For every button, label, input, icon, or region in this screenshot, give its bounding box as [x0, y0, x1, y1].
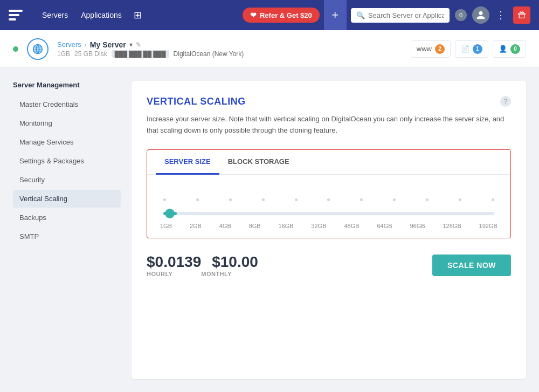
search-input[interactable]: [368, 11, 444, 19]
sidebar-item-vertical-scaling[interactable]: Vertical Scaling: [13, 190, 121, 208]
server-info: Servers › My Server ▾ ✎ 1GB 25 GB Disk █…: [57, 40, 244, 58]
monthly-price-block: $10.00 MONTHLY: [201, 253, 258, 277]
slider-label-96gb: 96GB: [410, 223, 425, 229]
slider-dot-2: [196, 198, 199, 201]
file-icon: 📄: [461, 45, 469, 53]
notification-badge[interactable]: 0: [455, 9, 467, 21]
www-badge-button[interactable]: www 2: [411, 40, 451, 58]
server-icon-badge: [27, 38, 49, 60]
slider-label-2gb: 2GB: [190, 223, 202, 229]
svg-rect-0: [9, 10, 23, 12]
slider-dot-8: [393, 198, 396, 201]
slider-dot-1: [163, 198, 166, 201]
slider-label-8gb: 8GB: [249, 223, 261, 229]
sidebar-title: Server Management: [13, 81, 121, 89]
slider-label-32gb: 32GB: [312, 223, 327, 229]
main-content: VERTICAL SCALING ? Increase your server …: [132, 81, 526, 379]
hourly-price-block: $0.0139 HOURLY: [147, 253, 201, 277]
sidebar-item-settings-packages[interactable]: Settings & Packages: [13, 152, 121, 170]
slider-dot-11: [492, 198, 494, 201]
nav-servers[interactable]: Servers: [37, 8, 73, 23]
slider-dot-4: [262, 198, 265, 201]
slider-label-4gb: 4GB: [219, 223, 231, 229]
breadcrumb-chevron: ›: [85, 41, 87, 49]
server-status-dot: [13, 46, 18, 52]
slider-dot-5: [295, 198, 298, 201]
server-disk: 25 GB Disk: [74, 50, 107, 58]
user-icon: [476, 10, 486, 20]
slider-label-64gb: 64GB: [377, 223, 392, 229]
slider-thumb[interactable]: [165, 209, 175, 218]
slider-track[interactable]: [163, 212, 494, 215]
content-description: Increase your server size. Note that wit…: [147, 114, 511, 136]
server-ram: 1GB: [57, 50, 70, 58]
slider-label-192gb: 192GB: [479, 223, 497, 229]
server-name: My Server: [90, 40, 126, 49]
sidebar-item-smtp[interactable]: SMTP: [13, 228, 121, 245]
tab-server-size[interactable]: SERVER SIZE: [156, 150, 219, 175]
file-count: 1: [473, 44, 482, 54]
svg-rect-1: [9, 14, 19, 16]
more-menu[interactable]: ⋮: [493, 7, 509, 23]
hourly-label: HOURLY: [147, 271, 201, 277]
sidebar-item-manage-services[interactable]: Manage Services: [13, 133, 121, 151]
slider-dot-6: [327, 198, 330, 201]
sidebar-item-monitoring[interactable]: Monitoring: [13, 114, 121, 132]
pricing-row: $0.0139 HOURLY $10.00 MONTHLY SCALE NOW: [147, 253, 511, 277]
monthly-label: MONTHLY: [201, 271, 258, 277]
edit-icon[interactable]: ✎: [136, 41, 141, 49]
top-navigation: Servers Applications ⊞ ❤ Refer & Get $20…: [0, 0, 539, 30]
user-icon-small: 👤: [499, 45, 507, 53]
logo[interactable]: [9, 8, 30, 23]
breadcrumb-bar: Servers › My Server ▾ ✎ 1GB 25 GB Disk █…: [0, 30, 539, 68]
monthly-price: $10.00: [212, 253, 258, 271]
server-dropdown-arrow[interactable]: ▾: [129, 41, 133, 49]
hourly-price: $0.0139: [147, 253, 201, 271]
search-bar[interactable]: 🔍: [351, 8, 450, 23]
sidebar-item-backups[interactable]: Backups: [13, 209, 121, 226]
main-layout: Server Management Master Credentials Mon…: [0, 68, 539, 392]
slider-dot-7: [360, 198, 363, 201]
slider-label-1gb: 1GB: [160, 223, 172, 229]
breadcrumb-right-badges: www 2 📄 1 👤 0: [411, 40, 526, 58]
gift-icon: [517, 11, 526, 19]
avatar-button[interactable]: [472, 6, 489, 24]
svg-rect-2: [9, 18, 16, 20]
refer-button[interactable]: ❤ Refer & Get $20: [243, 8, 320, 23]
page-title: VERTICAL SCALING: [147, 96, 246, 107]
server-provider: DigitalOcean (New York): [174, 50, 244, 58]
tabs-header: SERVER SIZE BLOCK STORAGE: [147, 150, 510, 175]
www-label: www: [417, 45, 432, 53]
slider-dots-row: [158, 198, 500, 201]
slider-section: 1GB 2GB 4GB 8GB 16GB 32GB 48GB 64GB 96GB…: [147, 175, 510, 229]
server-ip: ███ ███ ██ ███: [112, 50, 169, 58]
nav-applications[interactable]: Applications: [75, 8, 127, 23]
slider-dot-3: [229, 198, 232, 201]
www-count: 2: [435, 44, 445, 54]
slider-label-48gb: 48GB: [344, 223, 360, 229]
slider-dot-10: [459, 198, 461, 201]
scaling-tabs-container: SERVER SIZE BLOCK STORAGE: [147, 149, 511, 238]
add-button[interactable]: +: [324, 0, 347, 30]
server-icon-svg: [32, 43, 44, 55]
gift-button[interactable]: [513, 6, 530, 24]
search-icon: 🔍: [356, 11, 365, 19]
grid-icon[interactable]: ⊞: [129, 6, 146, 24]
slider-dot-9: [426, 198, 429, 201]
scale-now-button[interactable]: SCALE NOW: [432, 255, 511, 276]
slider-label-16gb: 16GB: [279, 223, 294, 229]
tab-block-storage[interactable]: BLOCK STORAGE: [219, 150, 298, 175]
user-count: 0: [510, 44, 520, 54]
servers-link[interactable]: Servers: [57, 40, 81, 49]
sidebar-item-master-credentials[interactable]: Master Credentials: [13, 95, 121, 113]
slider-label-128gb: 128GB: [443, 223, 461, 229]
sidebar-item-security[interactable]: Security: [13, 171, 121, 189]
sidebar: Server Management Master Credentials Mon…: [13, 81, 121, 379]
help-icon[interactable]: ?: [500, 96, 511, 107]
file-badge-button[interactable]: 📄 1: [455, 40, 488, 58]
user-badge-button[interactable]: 👤 0: [493, 40, 526, 58]
slider-labels: 1GB 2GB 4GB 8GB 16GB 32GB 48GB 64GB 96GB…: [158, 219, 500, 229]
heart-icon: ❤: [250, 11, 257, 19]
